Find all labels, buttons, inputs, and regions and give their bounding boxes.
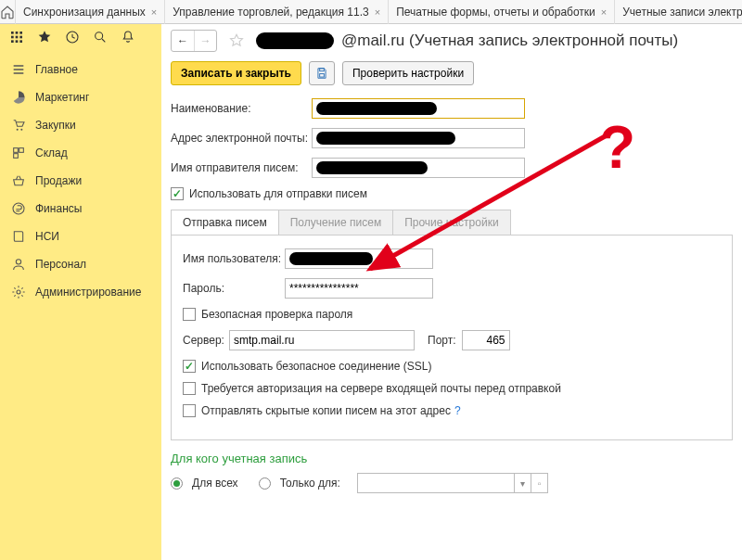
sidebar-item-main[interactable]: Главное	[0, 56, 161, 83]
save-button[interactable]	[309, 61, 335, 85]
svg-rect-0	[11, 32, 14, 34]
password-field[interactable]	[285, 278, 433, 299]
save-close-button[interactable]: Записать и закрыть	[171, 61, 301, 85]
username-label: Имя пользователя:	[183, 252, 285, 265]
svg-rect-14	[19, 148, 24, 153]
svg-rect-15	[14, 154, 19, 159]
person-icon	[11, 257, 26, 272]
forward-button[interactable]: →	[194, 31, 216, 51]
nav-buttons: ← →	[171, 30, 217, 52]
close-icon[interactable]: ×	[375, 6, 380, 18]
sidebar-item-label: Продажи	[35, 174, 82, 187]
svg-rect-5	[19, 35, 22, 38]
redacted-value	[289, 252, 373, 265]
redacted-value	[316, 102, 437, 115]
tab-accounts[interactable]: Учетные записи электр	[615, 0, 742, 24]
star-icon[interactable]	[37, 30, 52, 47]
scope-user-combo[interactable]: ▾ ▫	[357, 473, 548, 493]
home-tab[interactable]	[0, 0, 16, 24]
sidebar-item-label: Администрирование	[35, 286, 141, 299]
ssl-checkbox[interactable]	[183, 360, 196, 373]
sidebar-item-label: Склад	[35, 146, 68, 159]
close-icon[interactable]: ×	[151, 6, 157, 18]
sidebar-item-label: Закупки	[35, 119, 76, 132]
sidebar-item-hr[interactable]: Персонал	[0, 250, 161, 278]
scope-user-field[interactable]	[357, 473, 515, 493]
sender-label: Имя отправителя писем:	[171, 161, 312, 174]
bcc-label: Отправлять скрытые копии писем на этот а…	[201, 404, 451, 417]
tab-receive[interactable]: Получение писем	[279, 210, 393, 235]
username-field[interactable]	[285, 248, 433, 269]
sidebar-item-admin[interactable]: Администрирование	[0, 278, 161, 306]
svg-point-16	[13, 203, 24, 214]
back-button[interactable]: ←	[172, 31, 194, 51]
basket-icon	[11, 173, 26, 188]
svg-point-10	[96, 32, 103, 39]
use-for-sending-checkbox[interactable]	[171, 187, 184, 200]
auth-incoming-checkbox[interactable]	[183, 382, 196, 395]
safe-password-label: Безопасная проверка пароля	[201, 308, 352, 321]
ruble-icon	[11, 201, 26, 216]
sidebar-item-marketing[interactable]: Маркетинг	[0, 83, 161, 111]
safe-password-checkbox[interactable]	[183, 308, 196, 321]
svg-rect-8	[19, 40, 22, 43]
svg-point-11	[17, 129, 19, 131]
svg-rect-4	[16, 35, 19, 38]
bell-icon[interactable]	[121, 30, 135, 47]
server-label: Сервер:	[183, 334, 229, 347]
help-icon[interactable]: ?	[454, 404, 461, 417]
tab-send[interactable]: Отправка писем	[171, 210, 279, 235]
name-field[interactable]	[312, 98, 525, 119]
search-icon[interactable]	[93, 30, 108, 47]
home-icon	[0, 5, 15, 19]
svg-rect-1	[16, 32, 19, 34]
port-label: Порт:	[428, 334, 456, 347]
redacted-value	[316, 161, 428, 174]
check-settings-button[interactable]: Проверить настройки	[342, 61, 474, 85]
cart-icon	[11, 118, 26, 133]
scope-title: Для кого учетная запись	[171, 452, 733, 465]
tab-print[interactable]: Печатные формы, отчеты и обработки×	[389, 0, 615, 24]
gear-icon	[11, 285, 26, 299]
sidebar-item-label: Главное	[35, 63, 78, 76]
boxes-icon	[11, 146, 26, 160]
svg-rect-13	[14, 148, 19, 153]
scope-only-radio[interactable]	[259, 477, 271, 490]
email-field[interactable]	[312, 128, 525, 148]
sidebar-item-warehouse[interactable]: Склад	[0, 139, 161, 167]
tab-label: Учетные записи электр	[622, 6, 742, 19]
sidebar-item-sales[interactable]: Продажи	[0, 167, 161, 195]
tab-label: Управление торговлей, редакция 11.3	[173, 6, 368, 19]
tab-label: Прочие настройки	[404, 216, 498, 229]
svg-rect-19	[320, 69, 325, 71]
scope-only-label: Только для:	[280, 477, 340, 490]
tab-label: Отправка писем	[183, 216, 267, 229]
close-icon[interactable]: ×	[601, 6, 607, 18]
apps-icon[interactable]	[9, 30, 24, 47]
tab-label: Синхронизация данных	[23, 6, 146, 19]
server-field[interactable]	[229, 330, 415, 350]
tab-other[interactable]: Прочие настройки	[393, 210, 510, 235]
svg-point-17	[16, 260, 20, 264]
email-label: Адрес электронной почты:	[171, 132, 312, 145]
bcc-checkbox[interactable]	[183, 404, 196, 417]
floppy-icon	[315, 67, 328, 80]
sidebar-item-label: Маркетинг	[35, 91, 89, 104]
scope-all-radio[interactable]	[171, 477, 183, 490]
sender-field[interactable]	[312, 158, 525, 178]
history-icon[interactable]	[65, 30, 80, 47]
tab-sync[interactable]: Синхронизация данных×	[16, 0, 165, 24]
favorite-star-icon[interactable]	[226, 31, 247, 51]
tab-trade[interactable]: Управление торговлей, редакция 11.3×	[165, 0, 389, 24]
svg-point-12	[20, 129, 22, 131]
open-icon[interactable]: ▫	[531, 473, 548, 493]
port-field[interactable]	[462, 330, 510, 350]
svg-rect-2	[19, 32, 22, 34]
sidebar-item-finance[interactable]: Финансы	[0, 195, 161, 223]
sidebar-item-nsi[interactable]: НСИ	[0, 223, 161, 250]
redacted-account-name	[256, 32, 334, 49]
sidebar-item-purchase[interactable]: Закупки	[0, 111, 161, 139]
scope-all-label: Для всех	[192, 477, 238, 490]
dropdown-icon[interactable]: ▾	[515, 473, 531, 493]
svg-rect-3	[11, 35, 14, 38]
